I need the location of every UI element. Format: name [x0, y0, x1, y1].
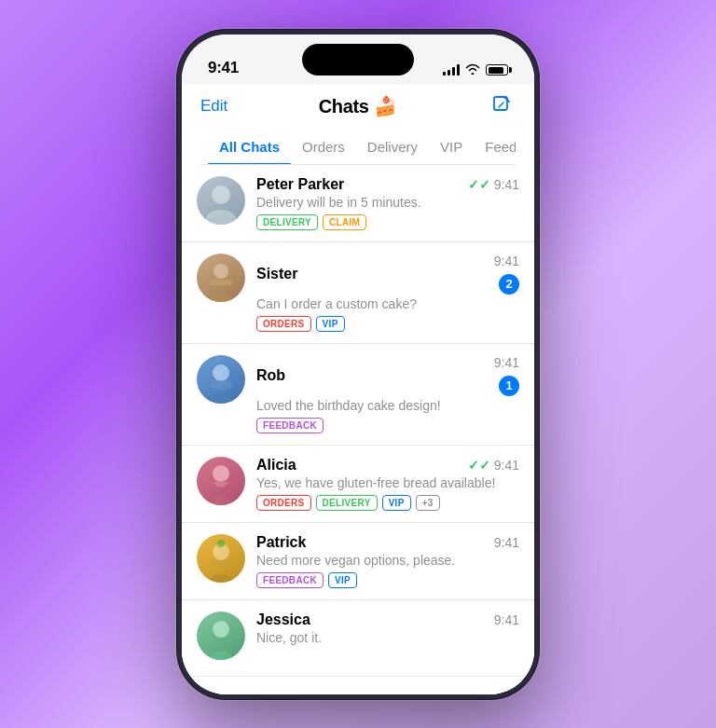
tag-feedback-patrick: FEEDBACK: [256, 572, 324, 588]
wifi-icon: [465, 63, 480, 77]
chat-body-patrick: Patrick 9:41 Need more vegan options, pl…: [256, 534, 519, 588]
tag-vip-alicia: VIP: [382, 495, 411, 511]
chat-preview-peter-parker: Delivery will be in 5 minutes.: [256, 195, 519, 210]
chat-time-patrick: 9:41: [494, 535, 519, 550]
svg-rect-5: [210, 280, 232, 285]
svg-point-8: [213, 465, 229, 482]
chat-time-jessica: 9:41: [494, 612, 519, 627]
tag-orders: ORDERS: [256, 316, 311, 332]
tag-orders-alicia: ORDERS: [256, 495, 311, 511]
tags-alicia: ORDERS DELIVERY VIP +3: [256, 495, 519, 511]
chat-row-peter-parker: Peter Parker ✓✓ 9:41: [256, 176, 519, 193]
tags-rob: FEEDBACK: [256, 418, 519, 433]
chat-list: Peter Parker ✓✓ 9:41 Delivery will be in…: [182, 165, 534, 694]
avatar-peter-parker: [197, 176, 245, 225]
unread-badge-rob: 1: [499, 376, 519, 396]
chat-time-alicia: ✓✓ 9:41: [468, 458, 519, 473]
avatar-sister: [197, 254, 245, 302]
tag-vip: VIP: [316, 316, 345, 332]
chat-time-peter-parker: ✓✓ 9:41: [468, 177, 519, 192]
chat-row-jessica: Jessica 9:41: [256, 611, 519, 628]
avatar-rob: [197, 355, 245, 404]
tag-delivery: DELIVERY: [256, 214, 318, 230]
chat-preview-sister: Can I order a custom cake?: [256, 296, 519, 311]
compose-button[interactable]: [488, 92, 516, 120]
chat-name-alicia: Alicia: [256, 457, 296, 474]
chat-preview-patrick: Need more vegan options, please.: [256, 553, 519, 568]
edit-button[interactable]: Edit: [200, 97, 227, 116]
read-check-alicia: ✓✓: [468, 458, 490, 473]
avatar-jessica: [197, 611, 245, 660]
read-check-peter-parker: ✓✓: [468, 177, 490, 192]
svg-point-12: [213, 621, 229, 638]
phone-screen: 9:41: [182, 34, 534, 694]
chat-body-sister: Sister 9:41 2 Can I order a custom cake?…: [256, 254, 519, 332]
phone-frame: 9:41: [176, 29, 540, 700]
chat-preview-jessica: Nice, got it.: [256, 630, 519, 645]
chat-item-sister[interactable]: Sister 9:41 2 Can I order a custom cake?…: [182, 242, 534, 344]
chat-body-peter-parker: Peter Parker ✓✓ 9:41 Delivery will be in…: [256, 176, 519, 230]
status-icons: [443, 63, 508, 77]
chat-item-alicia[interactable]: Alicia ✓✓ 9:41 Yes, we have gluten-free …: [182, 446, 534, 523]
chat-item-patrick[interactable]: Patrick 9:41 Need more vegan options, pl…: [182, 523, 534, 600]
chat-name-patrick: Patrick: [256, 534, 306, 551]
chat-name-rob: Rob: [256, 367, 285, 384]
chat-name-jessica: Jessica: [256, 611, 310, 628]
tags-patrick: FEEDBACK VIP: [256, 572, 519, 588]
chat-preview-rob: Loved the birthday cake design!: [256, 398, 519, 413]
tag-claim: CLAIM: [323, 214, 366, 230]
chat-meta-rob: 9:41 1: [494, 355, 519, 396]
tag-plus-alicia: +3: [416, 495, 440, 511]
dynamic-island: [302, 44, 414, 76]
chat-name-peter-parker: Peter Parker: [256, 176, 344, 193]
unread-badge-sister: 2: [499, 274, 519, 295]
tag-feedback: FEEDBACK: [256, 418, 324, 433]
tabs-bar: All Chats Orders Delivery VIP Feedback: [200, 130, 516, 165]
tags-peter-parker: DELIVERY CLAIM: [256, 214, 519, 230]
chat-row-patrick: Patrick 9:41: [256, 534, 519, 551]
avatar-alicia: [197, 457, 245, 505]
chat-item-jessica[interactable]: Jessica 9:41 Nice, got it.: [182, 600, 534, 677]
status-bar: 9:41: [182, 34, 534, 85]
svg-point-4: [213, 264, 228, 279]
svg-rect-10: [211, 560, 231, 565]
chat-body-rob: Rob 9:41 1 Loved the birthday cake desig…: [256, 355, 519, 433]
tab-all-chats[interactable]: All Chats: [208, 130, 291, 164]
tab-orders[interactable]: Orders: [291, 130, 356, 164]
header-top: Edit Chats 🍰: [200, 92, 516, 130]
chat-row-sister: Sister 9:41 2: [256, 254, 519, 295]
tag-vip-patrick: VIP: [328, 572, 357, 588]
tab-delivery[interactable]: Delivery: [356, 130, 429, 164]
chat-row-alicia: Alicia ✓✓ 9:41: [256, 457, 519, 474]
tab-feedback[interactable]: Feedback: [474, 130, 516, 164]
signal-icon: [443, 64, 460, 76]
app-content: Edit Chats 🍰 All Chats: [182, 85, 534, 694]
svg-point-11: [217, 540, 225, 547]
header: Edit Chats 🍰 All Chats: [182, 85, 534, 165]
page-title: Chats 🍰: [319, 95, 397, 117]
svg-point-7: [210, 380, 232, 390]
chat-meta-sister: 9:41 2: [494, 254, 519, 295]
status-time: 9:41: [208, 59, 239, 77]
compose-icon: [491, 94, 512, 118]
chat-item-rob[interactable]: Rob 9:41 1 Loved the birthday cake desig…: [182, 344, 534, 446]
chat-body-alicia: Alicia ✓✓ 9:41 Yes, we have gluten-free …: [256, 457, 519, 511]
chat-preview-alicia: Yes, we have gluten-free bread available…: [256, 475, 519, 490]
tag-delivery-alicia: DELIVERY: [316, 495, 378, 511]
chat-name-sister: Sister: [256, 266, 297, 282]
chat-row-rob: Rob 9:41 1: [256, 355, 519, 396]
svg-point-3: [213, 186, 228, 201]
tags-sister: ORDERS VIP: [256, 316, 519, 332]
chat-body-jessica: Jessica 9:41 Nice, got it.: [256, 611, 519, 650]
avatar-patrick: [197, 534, 245, 583]
tab-vip[interactable]: VIP: [429, 130, 474, 164]
svg-point-6: [213, 364, 229, 381]
chat-item-peter-parker[interactable]: Peter Parker ✓✓ 9:41 Delivery will be in…: [182, 165, 534, 242]
battery-icon: [486, 64, 508, 76]
